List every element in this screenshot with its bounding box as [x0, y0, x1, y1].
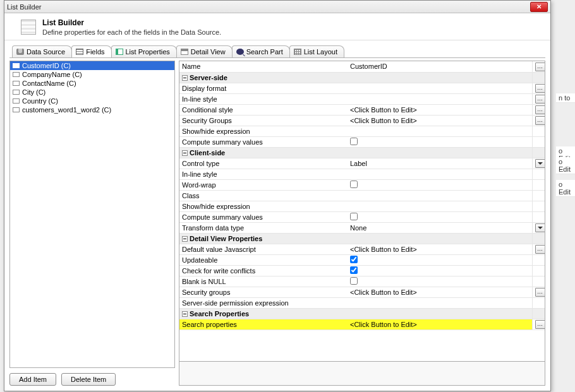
edit-button[interactable]: … — [535, 245, 545, 254]
checkbox[interactable] — [350, 256, 358, 263]
edit-button[interactable]: … — [535, 105, 545, 114]
field-label: ContactName (C) — [22, 80, 76, 87]
tab-detail-view[interactable]: Detail View — [176, 45, 233, 57]
edit-button[interactable]: … — [535, 62, 545, 71]
list-builder-icon — [21, 20, 36, 35]
property-grid[interactable]: NameCustomerID… −Server-side Display for… — [179, 61, 545, 361]
edit-button[interactable]: … — [535, 95, 545, 104]
edit-button[interactable]: … — [535, 320, 545, 329]
prop-row[interactable]: Display format… — [179, 83, 545, 93]
prop-row-search-properties[interactable]: Search properties<Click Button to Edit>… — [179, 319, 545, 330]
fields-list[interactable]: CustomerID (C) CompanyName (C) ContactNa… — [9, 61, 175, 368]
edit-button[interactable]: … — [535, 116, 545, 125]
prop-row[interactable]: Control typeLabel — [179, 158, 545, 169]
dropdown-button[interactable] — [535, 223, 545, 232]
checkbox[interactable] — [350, 213, 358, 220]
prop-row[interactable]: Transform data typeNone — [179, 222, 545, 233]
category-search-properties[interactable]: −Search Properties — [179, 308, 545, 319]
bg-text: o Edit — [556, 157, 575, 174]
prop-row[interactable]: Blank is NULL — [179, 276, 545, 287]
field-icon — [13, 90, 20, 95]
tab-list-layout[interactable]: List Layout — [289, 45, 344, 57]
prop-label: Default value Javascript — [179, 244, 348, 254]
tab-search-part[interactable]: Search Part — [232, 45, 290, 57]
prop-row[interactable]: Compute summary values — [179, 136, 545, 147]
tab-fields[interactable]: Fields — [71, 45, 111, 57]
delete-item-button[interactable]: Delete Item — [61, 373, 116, 386]
prop-row[interactable]: Check for write conflicts — [179, 265, 545, 276]
prop-row[interactable]: Show/hide expression — [179, 201, 545, 211]
tab-label: Data Source — [27, 48, 65, 56]
prop-row[interactable]: In-line style… — [179, 93, 545, 104]
prop-row[interactable]: Security groups<Click Button to Edit>… — [179, 287, 545, 297]
layout-icon — [294, 49, 301, 55]
prop-value: CustomerID — [348, 61, 532, 72]
field-label: Country (C) — [22, 97, 58, 105]
prop-label: Server-side permission expression — [179, 297, 348, 308]
field-item[interactable]: CustomerID (C) — [10, 61, 174, 70]
prop-row[interactable]: Server-side permission expression — [179, 297, 545, 308]
prop-row[interactable]: In-line style — [179, 169, 545, 179]
prop-label: Class — [179, 190, 348, 201]
header-subtitle: Define properties for each of the fields… — [42, 28, 221, 36]
fields-icon — [76, 49, 83, 55]
field-label: CustomerID (C) — [22, 62, 71, 69]
prop-label: Security groups — [179, 287, 348, 297]
prop-label: Security Groups — [179, 115, 348, 126]
prop-label: Check for write conflicts — [179, 265, 348, 276]
prop-label: In-line style — [179, 93, 348, 104]
category-label: Detail View Properties — [190, 235, 262, 242]
search-icon — [236, 49, 244, 55]
checkbox[interactable] — [350, 138, 358, 145]
prop-row[interactable]: Security Groups<Click Button to Edit>… — [179, 115, 545, 126]
collapse-icon[interactable]: − — [182, 311, 188, 317]
category-detail-view[interactable]: −Detail View Properties — [179, 233, 545, 244]
checkbox[interactable] — [350, 181, 358, 188]
prop-label: Show/hide expression — [179, 201, 348, 211]
category-server-side[interactable]: −Server-side — [179, 72, 545, 83]
tab-label: List Properties — [126, 48, 170, 56]
list-properties-icon — [116, 49, 123, 55]
prop-value: <Click Button to Edit> — [348, 287, 532, 297]
field-item[interactable]: City (C) — [10, 88, 174, 97]
prop-row[interactable]: Conditional style<Click Button to Edit>… — [179, 104, 545, 115]
prop-row[interactable]: Updateable — [179, 254, 545, 265]
field-item[interactable]: Country (C) — [10, 97, 174, 105]
field-icon — [13, 81, 20, 86]
collapse-icon[interactable]: − — [182, 236, 188, 242]
field-item[interactable]: ContactName (C) — [10, 79, 174, 88]
checkbox[interactable] — [350, 266, 358, 274]
tab-list-properties[interactable]: List Properties — [111, 45, 177, 57]
prop-value: None — [348, 222, 532, 233]
prop-row[interactable]: Show/hide expression — [179, 126, 545, 136]
prop-label: Transform data type — [179, 222, 348, 233]
add-item-button[interactable]: Add Item — [9, 373, 56, 386]
prop-row[interactable]: Class — [179, 190, 545, 201]
field-icon — [13, 63, 20, 68]
field-item[interactable]: CompanyName (C) — [10, 70, 174, 79]
field-label: customers_word1_word2 (C) — [22, 106, 111, 114]
prop-row-name[interactable]: NameCustomerID… — [179, 61, 545, 72]
prop-row[interactable]: Word-wrap — [179, 179, 545, 190]
edit-button[interactable]: … — [535, 84, 545, 93]
field-icon — [13, 107, 20, 112]
prop-label: Search properties — [179, 319, 348, 330]
prop-row[interactable]: Compute summary values — [179, 211, 545, 222]
prop-label: Updateable — [179, 254, 348, 265]
dropdown-button[interactable] — [535, 159, 545, 168]
tab-data-source[interactable]: Data Source — [12, 45, 72, 57]
description-pane — [179, 361, 545, 385]
prop-label: Word-wrap — [179, 179, 348, 190]
field-icon — [13, 98, 20, 104]
database-icon — [16, 49, 24, 55]
prop-row[interactable]: Default value Javascript<Click Button to… — [179, 244, 545, 254]
collapse-icon[interactable]: − — [182, 150, 188, 156]
field-icon — [13, 72, 20, 77]
field-item[interactable]: customers_word1_word2 (C) — [10, 105, 174, 114]
collapse-icon[interactable]: − — [182, 75, 188, 81]
edit-button[interactable]: … — [535, 288, 545, 297]
category-client-side[interactable]: −Client-side — [179, 147, 545, 158]
checkbox[interactable] — [350, 277, 358, 285]
bg-text: n to — [556, 93, 575, 103]
close-button[interactable]: ✕ — [530, 2, 548, 12]
